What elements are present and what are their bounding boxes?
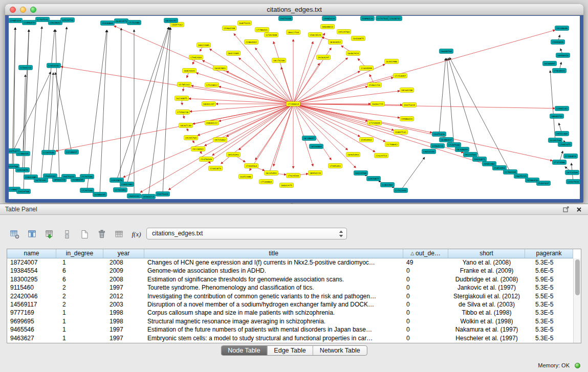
graph-node[interactable]: 11564213 [18, 65, 32, 70]
graph-edge[interactable] [293, 104, 555, 108]
graph-node[interactable]: 16462924 [346, 51, 360, 56]
column-header-out_degree[interactable]: △out_de… [403, 249, 448, 258]
graph-node[interactable]: 22041873 [208, 166, 222, 171]
graph-node[interactable]: 18640253 [550, 114, 563, 119]
graph-node[interactable]: 18022085 [197, 43, 210, 48]
graph-node[interactable]: 16042801 [213, 66, 227, 71]
graph-node[interactable]: 16875320 [237, 21, 251, 26]
minimize-window-icon[interactable] [20, 7, 26, 13]
table-row[interactable]: 1456911722003Disruption of a novel membe… [7, 300, 581, 309]
graph-node[interactable]: 19108648 [555, 26, 569, 31]
column-header-name[interactable]: name [7, 249, 56, 258]
graph-edge[interactable] [401, 157, 425, 190]
graph-edge[interactable] [23, 30, 29, 170]
graph-node[interactable]: 18284697 [542, 61, 556, 66]
graph-node[interactable]: 18612704 [286, 30, 300, 35]
delete-table-button[interactable] [94, 228, 110, 242]
graph-node[interactable]: 18267130 [179, 123, 192, 128]
graph-node[interactable]: 16386435 [93, 192, 106, 197]
graph-node[interactable]: 19119760 [463, 152, 477, 157]
graph-node[interactable]: 15964208 [222, 26, 236, 31]
graph-node[interactable]: 12653102 [47, 63, 60, 68]
graph-node[interactable]: 21853093 [492, 166, 506, 170]
graph-node[interactable]: 15823524 [308, 33, 322, 37]
graph-node[interactable]: 15475324 [156, 192, 169, 196]
graph-node[interactable]: 20030871 [472, 157, 486, 162]
graph-node[interactable]: 19985419 [322, 16, 336, 21]
table-row[interactable]: 946362711997Embryonic stem cells: a mode… [7, 334, 581, 342]
table-select-dropdown[interactable]: citations_edges.txt [146, 228, 347, 239]
graph-node[interactable]: 19074308 [278, 16, 292, 21]
graph-node[interactable]: 18208659 [455, 147, 469, 152]
graph-edge[interactable] [49, 73, 53, 152]
graph-node[interactable]: 20118432 [191, 147, 205, 151]
graph-node[interactable]: 17095341 [328, 164, 342, 168]
column-header-in_degree[interactable]: in_degree [56, 249, 103, 258]
graph-node[interactable]: 17373586 [552, 160, 566, 165]
graph-node[interactable]: 16061725 [371, 102, 384, 106]
table-row[interactable]: 1938455462009Genome-wide association stu… [7, 267, 581, 275]
graph-edge[interactable] [293, 104, 375, 152]
graph-node[interactable]: 17004563 [244, 164, 258, 168]
graph-node[interactable]: 17818031 [552, 69, 566, 73]
graph-node[interactable]: 14564213 [141, 194, 155, 199]
graph-node[interactable]: 18422085 [226, 51, 240, 56]
graph-edge[interactable] [41, 30, 55, 180]
graph-node[interactable]: 18163197 [164, 18, 178, 23]
tab-node-table[interactable]: Node Table [221, 346, 267, 355]
graph-node[interactable]: 18174208 [272, 58, 286, 63]
graph-node[interactable]: 19725402 [213, 138, 227, 142]
graph-node[interactable]: 18108657 [302, 136, 316, 141]
graph-node[interactable]: 17942004 [189, 55, 203, 60]
table-options-button[interactable] [7, 228, 23, 242]
graph-node[interactable]: 17240614 [286, 102, 300, 106]
graph-edge[interactable] [293, 104, 313, 166]
graph-node[interactable]: 22764104 [503, 170, 517, 174]
graph-edge[interactable] [239, 58, 293, 104]
graph-edge[interactable] [293, 63, 319, 104]
graph-node[interactable]: 14529753 [60, 18, 74, 23]
graph-node[interactable]: 13653104 [422, 149, 435, 154]
close-window-icon[interactable] [10, 7, 16, 13]
table-row[interactable]: 1872400712008Changes of HCN gene express… [7, 258, 581, 267]
graph-node[interactable]: 11386435 [16, 151, 30, 156]
tab-edge-table[interactable]: Edge Table [267, 346, 313, 355]
window-titlebar[interactable]: citations_edges.txt [5, 4, 583, 15]
graph-node[interactable]: 19724509 [565, 170, 579, 175]
graph-node[interactable]: 18301207 [202, 102, 215, 106]
graph-edge[interactable] [212, 104, 293, 155]
graph-node[interactable]: 22618742 [388, 16, 402, 21]
graph-edge[interactable] [140, 104, 293, 192]
close-panel-icon[interactable] [576, 207, 582, 212]
graph-edge[interactable] [31, 27, 42, 177]
merge-rows-button[interactable] [59, 228, 75, 242]
graph-node[interactable]: 16824331 [182, 69, 196, 73]
graph-edge[interactable] [198, 104, 293, 136]
new-table-button[interactable] [76, 228, 92, 242]
graph-edge[interactable] [447, 58, 454, 145]
graph-node[interactable]: 17520812 [205, 83, 219, 87]
graph-node[interactable]: 22864002 [244, 40, 258, 45]
graph-edge[interactable] [293, 86, 367, 104]
function-builder-button[interactable]: f(x) [128, 228, 144, 242]
column-header-title[interactable]: title [144, 249, 403, 258]
vertical-scrollbar[interactable] [573, 258, 581, 343]
table-row[interactable]: 946554611997Estimation of the future num… [7, 325, 581, 334]
graph-node[interactable]: 11604099 [359, 66, 373, 71]
column-header-year[interactable]: year [103, 249, 144, 258]
graph-node[interactable]: 10920877 [366, 177, 380, 181]
graph-node[interactable]: 17530864 [259, 180, 273, 184]
tab-network-table[interactable]: Network Table [313, 346, 367, 355]
graph-edge[interactable] [293, 33, 324, 104]
graph-node[interactable]: 13108657 [64, 150, 78, 155]
graph-edge[interactable] [210, 49, 293, 104]
graph-edge[interactable] [273, 104, 293, 166]
select-columns-button[interactable] [24, 228, 40, 242]
graph-node[interactable]: 16234875 [175, 96, 188, 101]
graph-node[interactable]: 11945142 [555, 106, 569, 111]
column-header-pagerank[interactable]: pagerank [525, 249, 573, 258]
graph-node[interactable]: 23675215 [514, 174, 528, 179]
graph-node[interactable]: 19205764 [184, 136, 198, 140]
table-view-button[interactable] [111, 228, 127, 242]
graph-node[interactable]: 21708642 [385, 142, 399, 147]
